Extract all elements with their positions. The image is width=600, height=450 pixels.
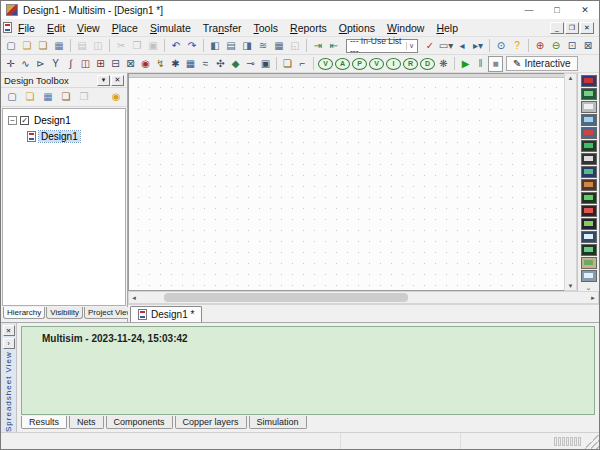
place-ttl-button[interactable]: ◫ — [78, 56, 93, 72]
place-analog-button[interactable]: ∫ — [63, 56, 78, 72]
undo-button[interactable]: ↶ — [168, 38, 184, 54]
toolbox-new-button[interactable]: ▢ — [5, 89, 19, 105]
place-ni-component-button[interactable]: ◆ — [228, 56, 243, 72]
copy-button[interactable]: ❐ — [129, 38, 145, 54]
document-tab-design1[interactable]: Design1 * — [130, 306, 202, 322]
vertical-scrollbar[interactable]: ▲ ▼ — [564, 73, 577, 291]
spectrum-analyzer-instrument[interactable] — [581, 231, 597, 243]
logic-converter-instrument[interactable] — [581, 179, 597, 191]
tree-row-child[interactable]: Design1 — [3, 128, 125, 144]
find-button[interactable]: ⊙ — [493, 38, 509, 54]
place-rf-button[interactable]: ≈ — [198, 56, 213, 72]
mdi-close-button[interactable]: ✕ — [580, 22, 594, 34]
tab-simulation[interactable]: Simulation — [249, 416, 307, 429]
minimize-window-button[interactable]: — — [515, 1, 543, 19]
schematic-canvas[interactable] — [128, 73, 564, 291]
open-samples-button[interactable]: ❏ — [35, 38, 51, 54]
zoom-in-button[interactable]: ⊕ — [532, 38, 548, 54]
toolbox-close-button[interactable]: ❏ — [59, 89, 73, 105]
zoom-out-button[interactable]: ⊖ — [548, 38, 564, 54]
toolbox-visibility-toggle-button[interactable]: ◉ — [109, 89, 123, 105]
transfer-to-ultiboard-button[interactable]: ⇥ — [310, 38, 326, 54]
distortion-analyzer-instrument[interactable] — [581, 218, 597, 230]
redo-button[interactable]: ↷ — [184, 38, 200, 54]
run-button[interactable]: ▶ — [458, 56, 473, 72]
menu-place[interactable]: Place — [106, 21, 144, 35]
toolbox-print-button[interactable]: ❐ — [77, 89, 91, 105]
open-button[interactable]: ❏ — [19, 38, 35, 54]
horizontal-scrollbar[interactable]: ◄ ► — [128, 291, 599, 304]
menu-tools[interactable]: Tools — [248, 21, 285, 35]
place-mixed-button[interactable]: ⊠ — [123, 56, 138, 72]
scroll-down-icon[interactable]: ▼ — [568, 283, 574, 289]
tab-nets[interactable]: Nets — [69, 416, 104, 429]
horizontal-scroll-thumb[interactable] — [164, 293, 408, 302]
interactive-button[interactable]: ✎ Interactive — [506, 56, 578, 71]
function-generator-instrument[interactable] — [581, 88, 597, 100]
print-button[interactable]: ▤ — [74, 38, 90, 54]
cut-button[interactable]: ✂ — [113, 38, 129, 54]
spice-netlist-viewer-button[interactable]: ◨ — [239, 38, 255, 54]
minimize-panel-button[interactable]: ▾ — [97, 75, 110, 86]
place-cmos-button[interactable]: ⊞ — [93, 56, 108, 72]
current-probe-button[interactable]: A — [335, 58, 350, 70]
scroll-right-icon[interactable]: ► — [590, 295, 596, 301]
scroll-up-icon[interactable]: ▲ — [568, 75, 574, 81]
parent-sheet-button[interactable]: ◱ — [287, 38, 303, 54]
four-channel-oscilloscope-instrument[interactable] — [581, 127, 597, 139]
maximize-window-button[interactable]: □ — [543, 1, 571, 19]
postprocessor-button[interactable]: ▦ — [271, 38, 287, 54]
menu-window[interactable]: Window — [381, 21, 430, 35]
digital-probe-button[interactable]: D — [420, 58, 435, 70]
close-spreadsheet-button[interactable]: ✕ — [3, 325, 15, 336]
stop-button[interactable]: ■ — [488, 56, 503, 72]
menu-options[interactable]: Options — [333, 21, 381, 35]
place-basic-button[interactable]: ∿ — [18, 56, 33, 72]
agilent-function-generator-instrument[interactable] — [581, 257, 597, 269]
word-generator-instrument[interactable] — [581, 166, 597, 178]
place-advanced-peripherals-button[interactable]: ▦ — [183, 56, 198, 72]
tab-visibility[interactable]: Visibility — [46, 307, 83, 319]
paste-button[interactable]: ▣ — [145, 38, 161, 54]
place-transistor-button[interactable]: Y — [48, 56, 63, 72]
menu-simulate[interactable]: Simulate — [144, 21, 197, 35]
toolbox-open-button[interactable]: ❏ — [23, 89, 37, 105]
tektronix-oscilloscope-instrument[interactable] — [581, 270, 597, 282]
scroll-left-icon[interactable]: ◄ — [131, 295, 137, 301]
erc-button[interactable]: ✓ — [422, 38, 438, 54]
backward-annotate-button[interactable]: ⇤ — [326, 38, 342, 54]
wattmeter-instrument[interactable] — [581, 101, 597, 113]
bode-plotter-instrument[interactable] — [581, 140, 597, 152]
mdi-restore-button[interactable]: ❐ — [565, 22, 579, 34]
place-hierarchical-block-button[interactable]: ❏ — [280, 56, 295, 72]
save-button[interactable]: ▦ — [51, 38, 67, 54]
print-preview-button[interactable]: ◫ — [90, 38, 106, 54]
menu-edit[interactable]: Edit — [41, 21, 71, 35]
frequency-counter-instrument[interactable] — [581, 153, 597, 165]
fullscreen-button[interactable]: ▣ — [596, 38, 600, 54]
place-source-button[interactable]: ✛ — [3, 56, 18, 72]
place-connector-button[interactable]: ⊸ — [243, 56, 258, 72]
place-misc-button[interactable]: ✱ — [168, 56, 183, 72]
tab-copper-layers[interactable]: Copper layers — [175, 416, 247, 429]
menu-reports[interactable]: Reports — [284, 21, 333, 35]
power-probe-button[interactable]: P — [352, 58, 367, 70]
toggle-spreadsheet-view-button[interactable]: ▤ — [223, 38, 239, 54]
close-panel-button[interactable]: ✕ — [111, 75, 124, 86]
menu-help[interactable]: Help — [430, 21, 464, 35]
new-button[interactable]: ▢ — [3, 38, 19, 54]
tree-checkbox[interactable]: ✓ — [20, 116, 29, 125]
place-electromechanical-button[interactable]: ✣ — [213, 56, 228, 72]
voltage-probe-button[interactable]: V — [318, 58, 333, 70]
network-analyzer-instrument[interactable] — [581, 244, 597, 256]
place-diode-button[interactable]: ⊳ — [33, 56, 48, 72]
oscilloscope-instrument[interactable] — [581, 114, 597, 126]
capture-area-button[interactable]: ▭▾ — [438, 38, 454, 54]
pause-button[interactable]: ‖ — [473, 56, 488, 72]
menu-file[interactable]: File — [12, 21, 41, 35]
place-bus-button[interactable]: ⌐ — [295, 56, 310, 72]
menu-transfer[interactable]: Transfer — [197, 21, 248, 35]
toolbox-save-button[interactable]: ▦ — [41, 89, 55, 105]
menu-view[interactable]: View — [71, 21, 106, 35]
help-button[interactable]: ? — [509, 38, 525, 54]
